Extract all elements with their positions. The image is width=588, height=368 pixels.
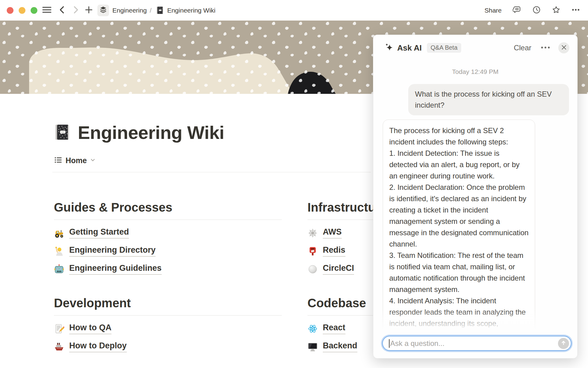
notebook-icon — [156, 6, 164, 14]
toolbar: Engineering / Engineering Wiki Share — [0, 0, 588, 21]
section-title: Development — [54, 296, 282, 310]
sidebar-toggle-button[interactable] — [42, 6, 51, 15]
breadcrumb-page[interactable]: Engineering Wiki — [167, 7, 216, 14]
breadcrumb-workspace[interactable]: Engineering — [112, 7, 147, 14]
workspace-chip[interactable] — [97, 5, 109, 16]
tractor-icon — [54, 228, 64, 238]
chat-timestamp: Today 12:49 PM — [373, 68, 577, 75]
divider — [52, 172, 371, 172]
back-button[interactable] — [58, 6, 66, 15]
zoom-window-button[interactable] — [31, 7, 37, 14]
robot-icon — [54, 264, 64, 274]
ask-ai-title: Ask AI — [397, 43, 422, 53]
spider-web-icon — [307, 228, 318, 238]
clear-button[interactable]: Clear — [514, 44, 531, 52]
page-link-how-to-qa[interactable]: How to QA — [54, 320, 282, 338]
back-icon — [58, 6, 66, 15]
plus-icon — [85, 6, 93, 15]
panel-more-button[interactable] — [541, 45, 550, 51]
ellipsis-icon — [571, 6, 580, 15]
share-button[interactable]: Share — [484, 7, 502, 14]
page-link-getting-started[interactable]: Getting Started — [54, 224, 282, 242]
section-divider — [54, 315, 282, 316]
sparkle-icon — [385, 43, 394, 53]
ellipsis-icon — [541, 45, 550, 51]
page-link-engineering-directory[interactable]: Engineering Directory — [54, 242, 282, 260]
breadcrumb: Engineering / Engineering Wiki — [112, 6, 216, 14]
hamburger-icon — [42, 6, 51, 15]
layers-icon — [99, 6, 107, 15]
comment-icon — [513, 6, 521, 15]
bulleted-list-icon — [54, 156, 62, 165]
breadcrumb-separator: / — [150, 7, 152, 14]
person-raising-hand-icon — [54, 246, 64, 256]
sphere-icon — [307, 264, 318, 274]
react-icon — [307, 324, 318, 334]
star-icon — [552, 6, 560, 15]
updates-button[interactable] — [532, 6, 541, 15]
window-controls — [7, 7, 37, 14]
notebook-icon[interactable] — [54, 124, 71, 142]
forward-icon — [72, 6, 80, 15]
comments-button[interactable] — [513, 6, 521, 15]
desktop-icon — [307, 342, 318, 352]
ai-answer-text: The process for kicking off a SEV 2 inci… — [389, 125, 529, 334]
tab-home[interactable]: Home — [54, 156, 96, 165]
ask-ai-header: Ask AI Q&A Beta Clear — [373, 42, 577, 54]
send-button[interactable] — [558, 338, 569, 349]
qa-beta-badge: Q&A Beta — [427, 43, 461, 53]
close-panel-button[interactable] — [558, 42, 569, 53]
ask-ai-panel: Ask AI Q&A Beta Clear Today 12:49 PM Wha… — [373, 35, 578, 358]
ai-answer-bubble: The process for kicking off a SEV 2 inci… — [383, 120, 535, 334]
user-question-bubble: What is the process for kicking off an S… — [408, 84, 569, 115]
close-window-button[interactable] — [7, 7, 13, 14]
close-icon — [561, 45, 567, 51]
question-input[interactable] — [390, 339, 558, 348]
chevron-down-icon — [90, 157, 96, 164]
postbox-icon — [307, 246, 318, 256]
arrow-up-icon — [561, 340, 566, 347]
favorite-button[interactable] — [552, 6, 560, 15]
more-options-button[interactable] — [571, 6, 580, 15]
clock-icon — [532, 6, 541, 15]
forward-button[interactable] — [72, 6, 80, 15]
page-link-how-to-deploy[interactable]: How to Deploy — [54, 338, 282, 356]
page-link-engineering-guidelines[interactable]: Engineering Guidelines — [54, 260, 282, 278]
ship-icon — [54, 342, 64, 352]
question-input-wrap — [382, 336, 571, 351]
page-title: Engineering Wiki — [78, 122, 224, 143]
section-title: Guides & Processes — [54, 200, 282, 215]
new-page-button[interactable] — [85, 6, 93, 15]
section-development: Development How to QA How to Deploy — [54, 296, 282, 356]
memo-icon — [54, 324, 64, 334]
minimize-window-button[interactable] — [19, 7, 25, 14]
section-divider — [54, 220, 282, 220]
section-guides-processes: Guides & Processes Getting Started Engin… — [54, 200, 282, 278]
view-tab-label: Home — [66, 156, 87, 165]
